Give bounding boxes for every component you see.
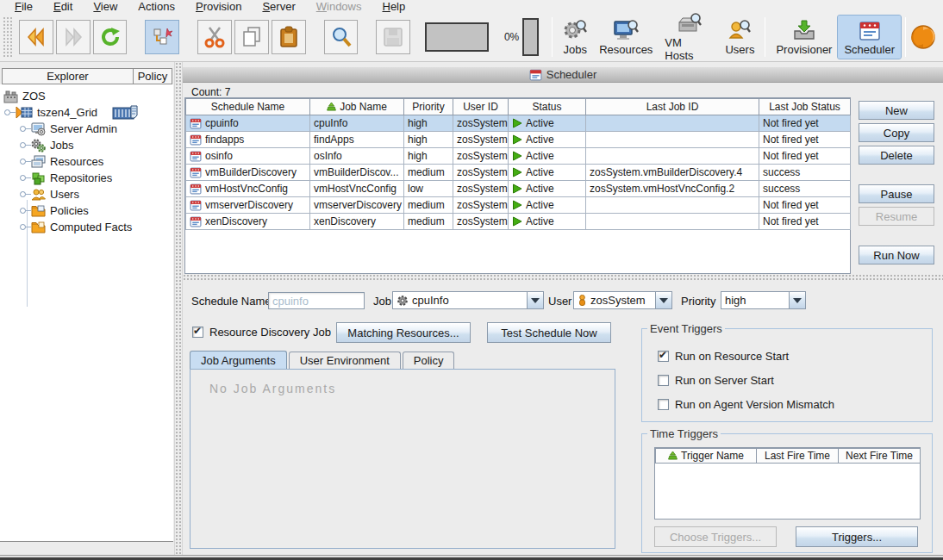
tree-node-grid[interactable]: tszen4_Grid (0, 104, 173, 121)
tree-expand-handle[interactable] (20, 208, 26, 214)
tree-node-label: Computed Facts (50, 221, 132, 233)
menu-edit[interactable]: Edit (44, 0, 82, 13)
schedule-calendar-icon (190, 166, 202, 178)
schedule-table[interactable]: Schedule Name Job Name Priority User ID … (184, 97, 851, 274)
tab-user-environment[interactable]: User Environment (289, 352, 401, 370)
chevron-down-icon[interactable] (527, 292, 543, 308)
toolbar: 0% Jobs Resources VM Hosts Users Provisi… (0, 13, 943, 62)
menu-help[interactable]: Help (372, 0, 415, 13)
sidebar-tab-policy[interactable]: Policy (134, 68, 172, 84)
tree-node-jobs[interactable]: Jobs (0, 137, 173, 153)
column-header-trigger-name[interactable]: Trigger Name (656, 449, 757, 464)
tree-expand-handle[interactable] (4, 109, 10, 115)
tree-node-policies[interactable]: Policies (0, 202, 173, 219)
time-triggers-table[interactable]: Trigger Name Last Fire Time Next Fire Ti… (654, 447, 921, 520)
active-status-icon (512, 200, 522, 210)
tree-node-repositories[interactable]: Repositories (0, 170, 173, 186)
tree-node-users[interactable]: Users (0, 186, 173, 202)
column-header-next-fire-time[interactable]: Next Fire Time (839, 449, 921, 464)
column-header-last-job-id[interactable]: Last Job ID (586, 99, 759, 115)
menu-provision[interactable]: Provision (186, 0, 251, 13)
scheduler-icon (859, 19, 881, 41)
tab-policy[interactable]: Policy (403, 352, 455, 370)
active-status-icon (512, 216, 522, 227)
tree-expand-handle[interactable] (20, 175, 26, 181)
active-status-icon (512, 167, 522, 177)
column-header-schedule-name[interactable]: Schedule Name (186, 99, 310, 115)
job-label: Job (373, 295, 391, 308)
user-combobox[interactable]: zosSystem (573, 291, 672, 309)
schedule-table-row[interactable]: vmBuilderDiscovery vmBuilderDiscov... me… (186, 165, 851, 181)
test-schedule-now-button[interactable]: Test Schedule Now (487, 322, 611, 343)
new-button[interactable]: New (859, 101, 934, 120)
column-header-user-id[interactable]: User ID (453, 99, 509, 115)
toolbar-drag-handle[interactable] (3, 16, 14, 58)
paste-button[interactable] (272, 20, 306, 54)
priority-combobox[interactable]: high (721, 291, 806, 309)
schedule-name-input[interactable] (268, 292, 365, 309)
run-on-agent-version-mismatch-checkbox[interactable] (658, 399, 669, 410)
run-on-server-start-checkbox[interactable] (658, 375, 669, 386)
tree-expand-handle[interactable] (20, 191, 26, 197)
schedule-calendar-icon (190, 199, 202, 211)
schedule-table-row[interactable]: osinfo osInfo high zosSystem Active Not … (186, 148, 851, 165)
tree-expand-handle[interactable] (20, 159, 26, 165)
chevron-down-icon[interactable] (789, 292, 805, 308)
triggers-button[interactable]: Triggers... (796, 526, 918, 547)
copy-button[interactable] (234, 20, 269, 54)
schedule-calendar-icon (190, 117, 202, 129)
delete-button[interactable]: Delete (859, 146, 934, 165)
tree-expand-handle[interactable] (20, 126, 26, 132)
sidebar-tab-explorer[interactable]: Explorer (2, 68, 134, 84)
schedule-table-row[interactable]: findapps findApps high zosSystem Active … (186, 132, 851, 148)
tree-node-computed-facts[interactable]: Computed Facts (0, 219, 173, 235)
save-button (376, 20, 410, 54)
back-button[interactable] (19, 20, 53, 54)
tree-expand-handle[interactable] (20, 224, 26, 230)
schedule-table-row[interactable]: vmserverDiscovery vmserverDiscovery medi… (186, 197, 851, 214)
schedule-table-row[interactable]: vmHostVncConfig vmHostVncConfig low zosS… (186, 181, 851, 197)
tree-expand-handle[interactable] (20, 142, 26, 148)
cut-button[interactable] (197, 20, 232, 54)
explorer-sidebar: Explorer Policy ZOS tszen4_Grid Server A… (0, 62, 174, 555)
menu-view[interactable]: View (84, 0, 127, 13)
vertical-splitter[interactable] (174, 62, 183, 555)
matching-resources-button[interactable]: Matching Resources... (336, 322, 471, 343)
toolbar-provisioner-button[interactable]: Provisioner (770, 16, 838, 59)
menu-windows[interactable]: Windows (307, 0, 372, 13)
toolbar-vm-hosts-button[interactable]: VM Hosts (659, 16, 719, 59)
toolbar-scheduler-button[interactable]: Scheduler (838, 16, 901, 59)
tree-node-resources[interactable]: Resources (0, 153, 173, 170)
tree-view-toggle-button[interactable] (145, 20, 179, 54)
toolbar-resources-label: Resources (599, 43, 653, 56)
tree-node-zos[interactable]: ZOS (0, 88, 173, 104)
column-header-last-fire-time[interactable]: Last Fire Time (757, 449, 839, 464)
run-now-button[interactable]: Run Now (859, 246, 934, 264)
job-gear-icon (397, 295, 409, 307)
refresh-button[interactable] (93, 20, 128, 54)
menu-file[interactable]: File (5, 0, 42, 13)
run-on-resource-start-checkbox[interactable] (658, 351, 669, 362)
tree-node-server-admin[interactable]: Server Admin (0, 121, 173, 137)
toolbar-jobs-button[interactable]: Jobs (557, 16, 593, 59)
search-button[interactable] (324, 20, 359, 54)
column-header-priority[interactable]: Priority (404, 99, 453, 115)
copy-button-action[interactable]: Copy (859, 123, 934, 142)
schedule-table-row[interactable]: xenDiscovery xenDiscovery medium zosSyst… (186, 214, 851, 230)
pause-button[interactable]: Pause (859, 184, 934, 203)
column-header-job-name[interactable]: Job Name (310, 99, 404, 115)
column-header-last-job-status[interactable]: Last Job Status (759, 99, 851, 115)
menubar: FileEditViewActionsProvisionServerWindow… (0, 0, 943, 13)
toolbar-users-button[interactable]: Users (719, 16, 760, 59)
menu-actions[interactable]: Actions (128, 0, 184, 13)
tab-job-arguments[interactable]: Job Arguments (190, 351, 287, 370)
resource-discovery-checkbox[interactable] (192, 327, 203, 338)
provisioner-icon (792, 19, 816, 41)
menu-server[interactable]: Server (253, 0, 304, 13)
job-combobox[interactable]: cpuInfo (392, 291, 544, 309)
toolbar-resources-button[interactable]: Resources (593, 16, 659, 59)
column-header-status[interactable]: Status (509, 99, 586, 115)
schedule-table-row[interactable]: cpuinfo cpuInfo high zosSystem Active No… (186, 115, 851, 132)
chevron-down-icon[interactable] (655, 292, 671, 308)
horizontal-splitter[interactable] (183, 274, 943, 282)
